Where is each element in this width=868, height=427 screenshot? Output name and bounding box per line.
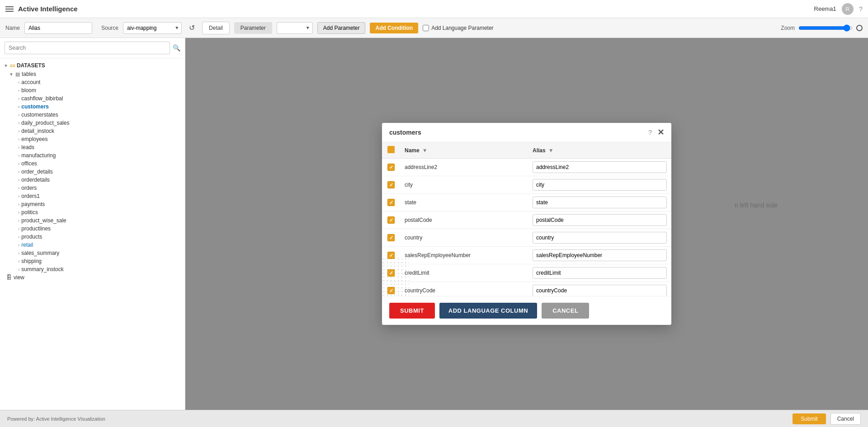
row-checkbox-3[interactable]: ✓	[387, 216, 395, 224]
view-db-icon: 🗄	[6, 274, 12, 281]
view-node[interactable]: 🗄 view	[0, 273, 185, 282]
datasets-root[interactable]: ▼ ▭ DATASETS	[0, 61, 185, 70]
add-condition-button[interactable]: Add Condition	[370, 23, 418, 33]
tree-item-arrow: ›	[18, 88, 19, 93]
row-alias-input-7[interactable]	[533, 285, 667, 296]
app-title: Active Intelligence	[18, 5, 78, 13]
tree-item-label: order_details	[21, 169, 52, 175]
sidebar-item-detail_instock[interactable]: ›detail_instock	[14, 127, 185, 135]
sidebar-item-product_wise_sale[interactable]: ›product_wise_sale	[14, 216, 185, 225]
toolbar: Name Source aiv-mapping ▼ ↺ Detail Param…	[0, 18, 868, 38]
tree-item-arrow: ›	[18, 186, 19, 191]
tree-item-arrow: ›	[18, 153, 19, 158]
sidebar-item-politics[interactable]: ›politics	[14, 208, 185, 216]
tree-item-arrow: ›	[18, 235, 19, 239]
row-alias-input-3[interactable]	[533, 214, 667, 226]
row-alias-input-2[interactable]	[533, 197, 667, 208]
tree-item-arrow: ›	[18, 80, 19, 85]
row-checkbox-0[interactable]: ✓	[387, 164, 395, 171]
datasets-expand-icon: ▼	[4, 63, 8, 68]
col-checkbox-header	[382, 142, 400, 159]
alias-filter-icon[interactable]: ▼	[548, 147, 554, 154]
sidebar-item-cashflow_bibirbal[interactable]: ›cashflow_bibirbal	[14, 94, 185, 103]
modal-header: customers ? ✕	[382, 123, 671, 142]
row-alias-input-4[interactable]	[533, 232, 667, 244]
bottom-submit-button[interactable]: Submit	[793, 413, 826, 424]
tables-icon: ▤	[15, 71, 20, 77]
sidebar-item-bloom[interactable]: ›bloom	[14, 86, 185, 94]
sidebar-item-account[interactable]: ›account	[14, 78, 185, 86]
cancel-button[interactable]: CANCEL	[542, 303, 589, 319]
sidebar: 🔍 ▼ ▭ DATASETS ▼ ▤ tables ›account›bloom…	[0, 38, 185, 410]
modal-table-wrap: Name ▼ Alias ▼	[382, 142, 671, 296]
sidebar-item-order_details[interactable]: ›order_details	[14, 168, 185, 176]
tree-item-arrow: ›	[18, 202, 19, 207]
table-row: ✓ country	[382, 229, 671, 247]
sidebar-item-customers[interactable]: ›customers	[14, 103, 185, 111]
row-checkbox-4[interactable]: ✓	[387, 234, 395, 241]
row-checkbox-2[interactable]: ✓	[387, 199, 395, 206]
sidebar-item-orders[interactable]: ›orders	[14, 184, 185, 192]
row-alias-input-1[interactable]	[533, 179, 667, 191]
tree-item-label: customerstates	[21, 112, 58, 118]
sidebar-item-orders1[interactable]: ›orders1	[14, 192, 185, 200]
tree-item-label: detail_instock	[21, 128, 54, 134]
sidebar-item-sales_summary[interactable]: ›sales_summary	[14, 249, 185, 257]
tab-parameter[interactable]: Parameter	[234, 22, 272, 34]
name-input[interactable]	[24, 22, 92, 34]
submit-button[interactable]: SUBMIT	[389, 303, 435, 319]
source-select[interactable]: aiv-mapping	[123, 22, 182, 34]
sidebar-item-products[interactable]: ›products	[14, 233, 185, 241]
tree-item-label: politics	[21, 209, 38, 216]
tree-item-label: employees	[21, 136, 47, 142]
datasets-label: DATASETS	[17, 62, 45, 69]
row-checkbox-6[interactable]: ✓	[387, 269, 395, 277]
search-input[interactable]	[5, 42, 170, 54]
sidebar-item-leads[interactable]: ›leads	[14, 143, 185, 151]
topbar: Active Intelligence Reema1 R ?	[0, 0, 868, 18]
sidebar-item-daily_product_sales[interactable]: ›daily_product_sales	[14, 119, 185, 127]
tab-detail[interactable]: Detail	[202, 22, 230, 34]
zoom-slider[interactable]	[798, 24, 853, 32]
row-checkbox-5[interactable]: ✓	[387, 252, 395, 259]
tree-item-label: offices	[21, 160, 37, 167]
sidebar-item-summary_instock[interactable]: ›summary_instock	[14, 265, 185, 273]
header-checkbox[interactable]	[387, 146, 395, 153]
row-alias-input-0[interactable]	[533, 161, 667, 173]
sidebar-item-payments[interactable]: ›payments	[14, 200, 185, 208]
hamburger-menu[interactable]	[5, 6, 14, 12]
sidebar-item-shipping[interactable]: ›shipping	[14, 257, 185, 265]
add-parameter-button[interactable]: Add Parameter	[317, 22, 366, 34]
add-language-parameter-checkbox[interactable]	[423, 25, 429, 31]
modal-close-icon[interactable]: ✕	[657, 128, 664, 136]
bottom-cancel-button[interactable]: Cancel	[830, 413, 861, 425]
sidebar-item-manufacturing[interactable]: ›manufacturing	[14, 151, 185, 160]
sidebar-item-employees[interactable]: ›employees	[14, 135, 185, 143]
tree-item-arrow: ›	[18, 113, 19, 117]
name-header-label: Name	[405, 147, 420, 154]
row-name-4: country	[400, 229, 528, 247]
sidebar-item-productlines[interactable]: ›productlines	[14, 225, 185, 233]
parameter-dropdown[interactable]	[277, 22, 313, 34]
tree-item-label: cashflow_bibirbal	[21, 95, 63, 102]
tree-item-arrow: ›	[18, 226, 19, 231]
refresh-button[interactable]: ↺	[186, 23, 198, 33]
search-icon: 🔍	[173, 44, 180, 52]
row-alias-input-5[interactable]	[533, 249, 667, 261]
sidebar-item-orderdetails[interactable]: ›orderdetails	[14, 176, 185, 184]
modal-footer: SUBMIT ADD LANGUAGE COLUMN CANCEL	[382, 296, 671, 325]
add-language-column-button[interactable]: ADD LANGUAGE COLUMN	[439, 303, 537, 319]
row-checkbox-7[interactable]: ✓	[387, 287, 395, 294]
modal-help-icon[interactable]: ?	[648, 129, 652, 136]
modal-table: Name ▼ Alias ▼	[382, 142, 671, 296]
sidebar-item-customerstates[interactable]: ›customerstates	[14, 111, 185, 119]
sidebar-item-retail[interactable]: ›retail	[14, 241, 185, 249]
row-alias-input-6[interactable]	[533, 267, 667, 279]
powered-by: Powered by: Active Intelligence Visualiz…	[7, 416, 105, 422]
tables-node[interactable]: ▼ ▤ tables	[5, 70, 185, 78]
tree-item-arrow: ›	[18, 259, 19, 264]
name-filter-icon[interactable]: ▼	[422, 147, 428, 154]
sidebar-item-offices[interactable]: ›offices	[14, 160, 185, 168]
help-icon[interactable]: ?	[859, 5, 863, 13]
row-checkbox-1[interactable]: ✓	[387, 181, 395, 188]
